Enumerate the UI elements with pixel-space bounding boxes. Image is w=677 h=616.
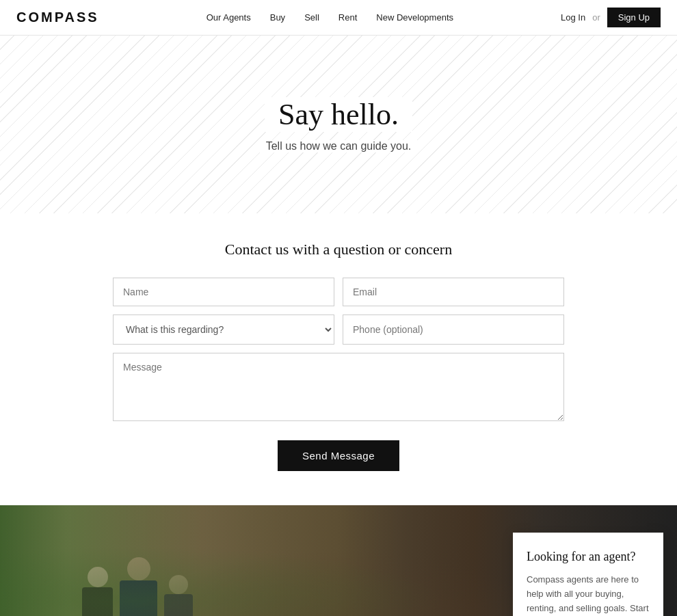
person-1 — [82, 567, 113, 616]
hero-section: Say hello. Tell us how we can guide you. — [0, 36, 677, 213]
contact-section: Contact us with a question or concern Wh… — [99, 241, 578, 471]
logo[interactable]: COMPASS — [16, 10, 99, 25]
nav-link-buy[interactable]: Buy — [270, 12, 285, 23]
navigation: COMPASS Our Agents Buy Sell Rent New Dev… — [0, 0, 677, 36]
agent-card-text: Compass agents are here to help with all… — [527, 573, 650, 616]
contact-heading: Contact us with a question or concern — [113, 241, 564, 258]
form-row-name-email — [113, 278, 564, 306]
hero-title: Say hello. — [265, 97, 412, 132]
agent-card-title: Looking for an agent? — [527, 549, 650, 565]
email-input[interactable] — [343, 278, 564, 306]
person-3-body — [164, 594, 193, 616]
message-textarea[interactable] — [113, 353, 564, 421]
or-separator: or — [592, 12, 600, 23]
hero-subtitle: Tell us how we can guide you. — [258, 140, 420, 152]
agent-card: Looking for an agent? Compass agents are… — [513, 533, 663, 616]
phone-input[interactable] — [343, 314, 564, 345]
signup-button[interactable]: Sign Up — [607, 8, 661, 27]
regarding-select[interactable]: What is this regarding? Buying Selling R… — [113, 314, 334, 345]
nav-link-agents[interactable]: Our Agents — [207, 12, 251, 23]
nav-link-rent[interactable]: Rent — [338, 12, 357, 23]
photo-section: Looking for an agent? Compass agents are… — [0, 505, 677, 616]
people-group — [82, 526, 193, 616]
person-1-head — [88, 567, 108, 587]
person-3 — [164, 575, 193, 616]
person-3-head — [169, 575, 188, 594]
name-input[interactable] — [113, 278, 334, 306]
login-link[interactable]: Log In — [561, 12, 585, 23]
person-2 — [120, 557, 157, 616]
form-row-regarding-phone: What is this regarding? Buying Selling R… — [113, 314, 564, 345]
person-2-body — [120, 580, 157, 616]
nav-link-sell[interactable]: Sell — [304, 12, 319, 23]
nav-auth: Log In or Sign Up — [561, 8, 661, 27]
person-1-body — [82, 587, 113, 616]
nav-links: Our Agents Buy Sell Rent New Development… — [207, 12, 453, 23]
nav-link-new-developments[interactable]: New Developments — [376, 12, 453, 23]
send-button[interactable]: Send Message — [278, 440, 399, 471]
person-2-head — [127, 557, 150, 580]
